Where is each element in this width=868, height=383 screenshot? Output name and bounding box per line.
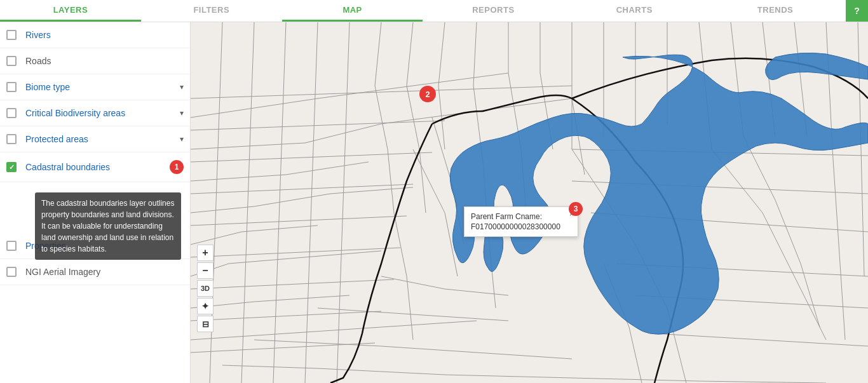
map-controls: + − 3D ✦ ⊟ bbox=[197, 245, 214, 332]
checkbox-critical-biodiversity[interactable] bbox=[6, 108, 17, 118]
tab-trends[interactable]: TRENDS bbox=[705, 0, 846, 22]
zoom-in-button[interactable]: + bbox=[197, 245, 214, 261]
checkbox-rivers[interactable] bbox=[6, 30, 17, 40]
layer-label-protected-areas: Protected areas bbox=[25, 134, 177, 144]
help-button[interactable]: ? bbox=[846, 0, 868, 22]
layer-label-rivers: Rivers bbox=[25, 30, 184, 40]
map-svg bbox=[191, 22, 868, 383]
main-layout: Rivers Roads Biome type ▾ Critical Biodi… bbox=[0, 22, 868, 383]
layer-label-ngi-aerial: NGI Aerial Imagery bbox=[25, 267, 184, 277]
tab-map[interactable]: MAP bbox=[282, 0, 423, 22]
tooltip-cadastral-boundaries: The cadastral boundaries layer outlines … bbox=[35, 192, 181, 260]
layer-label-cadastral-boundaries: Cadastral boundaries bbox=[25, 162, 166, 172]
nav-left: LAYERS FILTERS MAP REPORTS CHARTS TRENDS bbox=[0, 0, 846, 22]
popup-badge-3: 3 bbox=[569, 202, 583, 216]
checkbox-biome-type[interactable] bbox=[6, 82, 17, 92]
layer-label-critical-biodiversity: Critical Biodiversity areas bbox=[25, 108, 177, 118]
popup-title: Parent Farm Cname: bbox=[471, 212, 571, 221]
nav-bar: LAYERS FILTERS MAP REPORTS CHARTS TRENDS… bbox=[0, 0, 868, 22]
layer-item-roads[interactable]: Roads bbox=[0, 48, 190, 74]
zoom-out-button[interactable]: − bbox=[197, 262, 214, 279]
chevron-biome-type: ▾ bbox=[180, 83, 184, 91]
tab-reports[interactable]: REPORTS bbox=[423, 0, 564, 22]
layer-item-biome-type[interactable]: Biome type ▾ bbox=[0, 74, 190, 100]
layer-item-critical-biodiversity[interactable]: Critical Biodiversity areas ▾ bbox=[0, 100, 190, 126]
tab-layers[interactable]: LAYERS bbox=[0, 0, 141, 22]
popup-value: F01700000000028300000 bbox=[471, 222, 571, 231]
3d-button[interactable]: 3D bbox=[197, 280, 214, 297]
layer-item-protected-areas[interactable]: Protected areas ▾ bbox=[0, 126, 190, 152]
checkbox-protected-areas[interactable] bbox=[6, 134, 17, 144]
layer-label-roads: Roads bbox=[25, 56, 184, 66]
checkbox-properties[interactable] bbox=[6, 241, 17, 251]
map-popup: × Parent Farm Cname: F017000000000283000… bbox=[464, 206, 578, 237]
checkbox-ngi-aerial[interactable] bbox=[6, 267, 17, 277]
sidebar: Rivers Roads Biome type ▾ Critical Biodi… bbox=[0, 22, 191, 383]
sun-button[interactable]: ✦ bbox=[197, 298, 214, 314]
layer-item-cadastral-boundaries[interactable]: Cadastral boundaries 1 bbox=[0, 152, 190, 182]
map-badge-2: 2 bbox=[419, 86, 436, 102]
print-button[interactable]: ⊟ bbox=[197, 316, 214, 332]
map-area[interactable]: 2 × Parent Farm Cname: F0170000000002830… bbox=[191, 22, 868, 383]
layer-item-rivers[interactable]: Rivers bbox=[0, 22, 190, 48]
layer-label-biome-type: Biome type bbox=[25, 82, 177, 92]
chevron-protected-areas: ▾ bbox=[180, 135, 184, 144]
tab-filters[interactable]: FILTERS bbox=[141, 0, 282, 22]
layer-item-ngi-aerial[interactable]: NGI Aerial Imagery bbox=[0, 259, 190, 285]
chevron-critical-biodiversity: ▾ bbox=[180, 109, 184, 118]
checkbox-roads[interactable] bbox=[6, 56, 17, 66]
checkbox-cadastral-boundaries[interactable] bbox=[6, 162, 17, 172]
badge-cadastral-boundaries: 1 bbox=[170, 160, 184, 174]
tab-charts[interactable]: CHARTS bbox=[564, 0, 705, 22]
